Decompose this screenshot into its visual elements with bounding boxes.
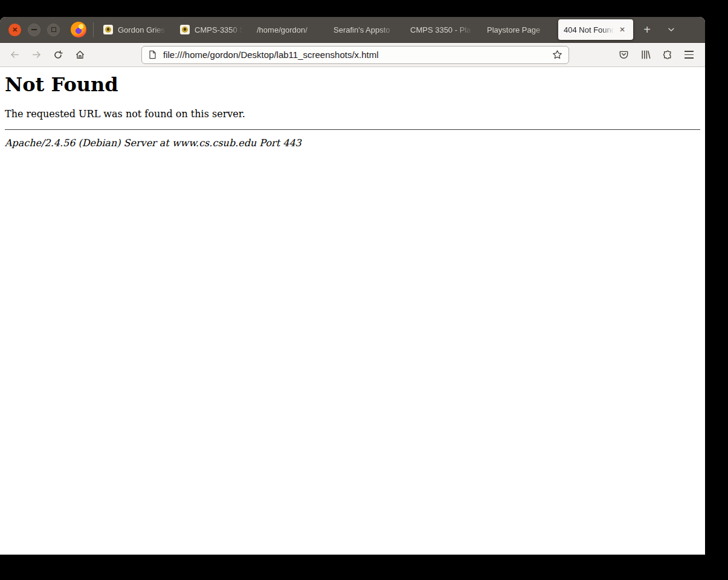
maximize-icon (51, 27, 56, 32)
back-icon (10, 50, 20, 60)
reload-button[interactable] (48, 46, 68, 64)
tab-label: Playstore Page (487, 25, 551, 34)
error-message: The requested URL was not found on this … (5, 108, 700, 120)
site-favicon (103, 25, 113, 34)
tab-label: CMPS 3350 - Pla (410, 25, 474, 34)
back-button[interactable] (5, 46, 24, 64)
site-favicon (180, 25, 190, 34)
tab-home-gordon[interactable]: /home/gordon/ (251, 19, 326, 40)
pocket-button[interactable] (614, 46, 633, 64)
hamburger-icon (685, 51, 694, 58)
window-maximize-button[interactable] (47, 24, 60, 36)
extensions-button[interactable] (658, 46, 676, 64)
tab-strip: Gordon Gries CMPS-3350 S /home/gordon/ S… (98, 19, 633, 40)
divider (5, 129, 700, 130)
home-button[interactable] (70, 46, 89, 64)
minimize-icon (31, 29, 37, 30)
chevron-down-icon (667, 25, 675, 34)
puzzle-icon (662, 50, 672, 60)
address-bar[interactable]: file:///home/gordon/Desktop/lab11_screen… (141, 46, 569, 64)
forward-icon (31, 50, 42, 60)
library-button[interactable] (636, 46, 654, 64)
page-content: Not Found The requested URL was not foun… (0, 73, 705, 555)
forward-button[interactable] (27, 46, 46, 64)
tab-404-not-found[interactable]: 404 Not Found ✕ (558, 19, 633, 40)
list-all-tabs-button[interactable] (662, 21, 680, 39)
home-icon (75, 50, 85, 60)
star-icon (552, 50, 562, 60)
tab-label: CMPS-3350 S (195, 25, 244, 34)
tab-cmps-3350-playstore[interactable]: CMPS 3350 - Pla (405, 19, 480, 40)
tab-serafins-appstore[interactable]: Serafin's Appsto (328, 19, 403, 40)
titlebar: ✕ Gordon Gries CMPS-3350 S /home/gordon/… (0, 17, 705, 43)
tab-label: Gordon Gries (118, 25, 167, 34)
window-close-button[interactable]: ✕ (8, 24, 21, 36)
firefox-logo-icon (71, 22, 86, 37)
tab-label: Serafin's Appsto (333, 25, 398, 34)
page-title: Not Found (5, 73, 700, 96)
desktop-background: { "window_controls": { "close_glyph": "✕… (0, 0, 728, 580)
tab-cmps-3350-s[interactable]: CMPS-3350 S (175, 19, 250, 40)
bookmark-button[interactable] (549, 47, 565, 63)
close-tab-icon[interactable]: ✕ (617, 24, 628, 35)
window-minimize-button[interactable] (28, 24, 40, 36)
new-tab-button[interactable]: + (638, 21, 656, 39)
pocket-icon (619, 50, 629, 60)
navigation-toolbar: file:///home/gordon/Desktop/lab11_screen… (0, 43, 705, 67)
titlebar-divider (93, 22, 94, 37)
tab-playstore-page[interactable]: Playstore Page (482, 19, 556, 40)
toolbar-right-icons (614, 46, 698, 64)
menu-button[interactable] (680, 46, 698, 64)
tab-gordon-gries[interactable]: Gordon Gries (98, 19, 173, 40)
window-controls: ✕ (0, 24, 60, 36)
reload-icon (53, 50, 63, 60)
browser-window: ✕ Gordon Gries CMPS-3350 S /home/gordon/… (0, 17, 705, 555)
server-signature: Apache/2.4.56 (Debian) Server at www.cs.… (5, 137, 700, 149)
url-text[interactable]: file:///home/gordon/Desktop/lab11_screen… (163, 50, 549, 60)
page-icon (148, 50, 157, 59)
library-icon (640, 50, 651, 60)
tab-label: 404 Not Found (564, 25, 616, 34)
tab-label: /home/gordon/ (257, 25, 321, 34)
